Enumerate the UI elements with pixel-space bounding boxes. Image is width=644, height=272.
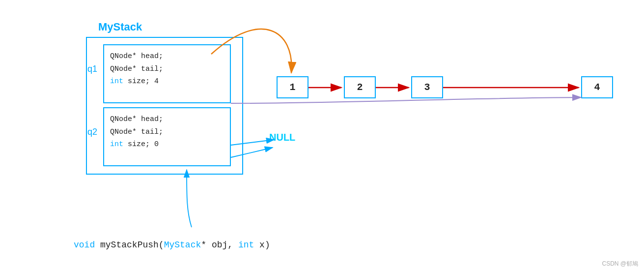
arrow-code-to-q2: [187, 170, 192, 227]
mystack-title: MyStack: [98, 21, 142, 33]
node-3: 3: [411, 76, 443, 98]
q2-line-1: QNode* head;: [110, 113, 224, 126]
q2-box: QNode* head; QNode* tail; int size; 0: [103, 107, 231, 166]
node-1: 1: [277, 76, 308, 98]
node-4: 4: [581, 76, 613, 98]
diagram-container: MyStack q1 QNode* head; QNode* tail; int…: [0, 0, 644, 272]
q2-line-2: QNode* tail;: [110, 126, 224, 139]
q1-box: QNode* head; QNode* tail; int size; 4: [103, 44, 231, 103]
q1-line-3: int size; 4: [110, 75, 224, 88]
null-label: NULL: [269, 132, 295, 143]
q1-label: q1: [87, 64, 97, 74]
bottom-code: void myStackPush(MyStack* obj, int x): [74, 240, 270, 250]
q1-line-2: QNode* tail;: [110, 63, 224, 76]
q1-line-1: QNode* head;: [110, 50, 224, 63]
q2-label: q2: [87, 127, 97, 137]
watermark: CSDN @郁鳩: [602, 260, 638, 268]
node-2: 2: [344, 76, 376, 98]
q2-line-3: int size; 0: [110, 138, 224, 151]
